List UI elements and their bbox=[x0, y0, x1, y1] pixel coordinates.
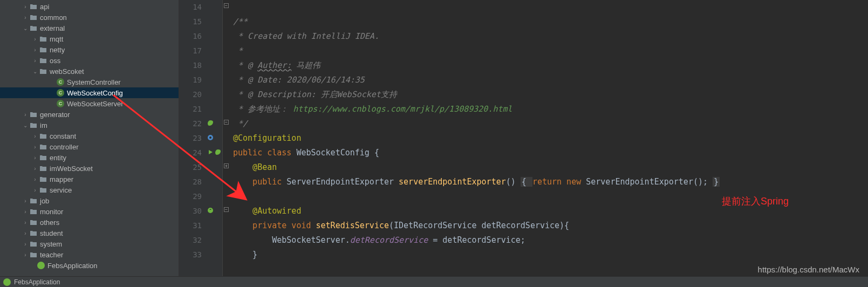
chevron-right-icon[interactable]: › bbox=[22, 15, 29, 20]
chevron-right-icon[interactable]: › bbox=[31, 144, 39, 150]
gutter-row[interactable] bbox=[206, 146, 222, 160]
folder-icon bbox=[39, 175, 47, 183]
line-number: 17 bbox=[179, 44, 202, 58]
gutter-row[interactable] bbox=[206, 29, 222, 44]
tree-folder-entity[interactable]: ›entity bbox=[0, 152, 179, 163]
tree-folder-others[interactable]: ›others bbox=[0, 217, 179, 228]
chevron-down-icon[interactable]: ⌄ bbox=[31, 69, 39, 74]
chevron-right-icon[interactable]: › bbox=[22, 4, 29, 10]
tree-folder-imWebSocket[interactable]: ›imWebSocket bbox=[0, 163, 179, 174]
chevron-right-icon[interactable]: › bbox=[31, 58, 39, 64]
chevron-right-icon[interactable]: › bbox=[22, 230, 29, 236]
fold-toggle-icon[interactable]: + bbox=[224, 163, 229, 168]
chevron-right-icon[interactable]: › bbox=[22, 198, 29, 204]
chevron-right-icon[interactable]: › bbox=[31, 155, 39, 161]
folder-icon bbox=[29, 24, 38, 32]
override-icon[interactable] bbox=[207, 204, 214, 218]
callout-text: 提前注入Spring bbox=[722, 195, 789, 208]
folder-icon bbox=[29, 121, 38, 129]
tree-item-label: entity bbox=[50, 154, 66, 162]
gutter-row[interactable] bbox=[206, 15, 222, 29]
gutter-row[interactable] bbox=[206, 0, 222, 15]
tree-item-label: service bbox=[50, 186, 72, 194]
tree-item-label: teacher bbox=[40, 251, 63, 259]
class-icon: C bbox=[56, 99, 65, 108]
gutter-row[interactable] bbox=[206, 233, 222, 248]
gutter-row[interactable] bbox=[206, 204, 222, 218]
blank-line bbox=[233, 192, 238, 201]
chevron-right-icon[interactable]: › bbox=[31, 36, 39, 42]
gutter-row[interactable] bbox=[206, 189, 222, 204]
tree-folder-netty[interactable]: ›netty bbox=[0, 44, 179, 55]
fold-toggle-icon[interactable]: − bbox=[224, 120, 229, 125]
class-icon: C bbox=[56, 78, 65, 86]
line-number: 18 bbox=[179, 58, 202, 73]
spring-leaf-icon[interactable] bbox=[215, 146, 221, 160]
code-area[interactable]: /** * Created with IntelliJ IDEA. * * @ … bbox=[230, 0, 868, 276]
chevron-right-icon[interactable]: › bbox=[31, 176, 39, 182]
code-editor[interactable]: 141516171819202122232425282930313233 − −… bbox=[179, 0, 868, 276]
chevron-right-icon[interactable]: › bbox=[22, 220, 29, 226]
chevron-right-icon[interactable]: › bbox=[31, 166, 39, 172]
tree-folder-mapper[interactable]: ›mapper bbox=[0, 174, 179, 184]
tree-folder-oss[interactable]: ›oss bbox=[0, 55, 179, 66]
doc-comment: * bbox=[233, 46, 243, 56]
tree-folder-mqtt[interactable]: ›mqtt bbox=[0, 33, 179, 44]
gutter-row[interactable] bbox=[206, 87, 222, 102]
folder-icon bbox=[29, 207, 38, 216]
tree-folder-job[interactable]: ›job bbox=[0, 195, 179, 206]
tree-folder-teacher[interactable]: ›teacher bbox=[0, 249, 179, 260]
chevron-right-icon[interactable]: › bbox=[22, 112, 29, 118]
folder-icon bbox=[29, 229, 38, 237]
fold-bar[interactable]: − − + − bbox=[222, 0, 230, 276]
line-number: 14 bbox=[179, 0, 202, 15]
tree-class-WebSocketConfig[interactable]: CWebSocketConfig bbox=[0, 87, 179, 98]
gutter-row[interactable] bbox=[206, 58, 222, 73]
tree-folder-service[interactable]: ›service bbox=[0, 184, 179, 195]
spring-boot-icon bbox=[3, 278, 11, 286]
tree-folder-external[interactable]: ⌄external bbox=[0, 23, 179, 33]
tree-folder-constant[interactable]: ›constant bbox=[0, 131, 179, 141]
run-icon[interactable] bbox=[207, 146, 214, 160]
chevron-right-icon[interactable]: › bbox=[31, 47, 39, 53]
spring-leaf-icon[interactable] bbox=[207, 117, 214, 131]
chevron-right-icon[interactable]: › bbox=[22, 209, 29, 215]
tree-spring-FebsApplication[interactable]: FebsApplication bbox=[0, 260, 179, 271]
gutter-row[interactable] bbox=[206, 248, 222, 262]
gutter-row[interactable] bbox=[206, 131, 222, 146]
tree-item-label: constant bbox=[50, 132, 76, 140]
gutter-row[interactable] bbox=[206, 218, 222, 233]
gutter-row[interactable] bbox=[206, 160, 222, 175]
gutter-row[interactable] bbox=[206, 117, 222, 131]
line-number: 23 bbox=[179, 131, 202, 146]
gutter-row[interactable] bbox=[206, 175, 222, 189]
tree-folder-webScoket[interactable]: ⌄webScoket bbox=[0, 66, 179, 77]
tree-folder-monitor[interactable]: ›monitor bbox=[0, 206, 179, 217]
tree-folder-api[interactable]: ›api bbox=[0, 1, 179, 12]
bean-icon[interactable] bbox=[207, 131, 214, 146]
chevron-down-icon[interactable]: ⌄ bbox=[22, 25, 29, 31]
fold-toggle-icon[interactable]: − bbox=[224, 3, 229, 8]
tree-class-WebSocketServer[interactable]: CWebSocketServer bbox=[0, 98, 179, 109]
tree-folder-controller[interactable]: ›controller bbox=[0, 141, 179, 152]
chevron-right-icon[interactable]: › bbox=[31, 187, 39, 193]
tree-folder-im[interactable]: ⌄im bbox=[0, 120, 179, 131]
gutter-row[interactable] bbox=[206, 102, 222, 117]
chevron-right-icon[interactable]: › bbox=[31, 133, 39, 139]
folder-icon bbox=[29, 196, 38, 205]
gutter-row[interactable] bbox=[206, 44, 222, 58]
tree-class-SystemController[interactable]: CSystemController bbox=[0, 77, 179, 87]
chevron-right-icon[interactable]: › bbox=[22, 241, 29, 247]
gutter-row[interactable] bbox=[206, 73, 222, 87]
tree-folder-student[interactable]: ›student bbox=[0, 228, 179, 238]
run-config-bar[interactable]: FebsApplication bbox=[0, 276, 868, 287]
tree-folder-common[interactable]: ›common bbox=[0, 12, 179, 23]
chevron-down-icon[interactable]: ⌄ bbox=[22, 122, 29, 128]
gutter-icons[interactable] bbox=[206, 0, 222, 276]
fold-toggle-icon[interactable]: − bbox=[224, 207, 229, 212]
project-tree[interactable]: ›api›common⌄external›mqtt›netty›oss⌄webS… bbox=[0, 0, 179, 276]
tree-item-label: SystemController bbox=[67, 78, 121, 86]
tree-folder-generator[interactable]: ›generator bbox=[0, 109, 179, 120]
tree-folder-system[interactable]: ›system bbox=[0, 238, 179, 249]
chevron-right-icon[interactable]: › bbox=[22, 252, 29, 258]
